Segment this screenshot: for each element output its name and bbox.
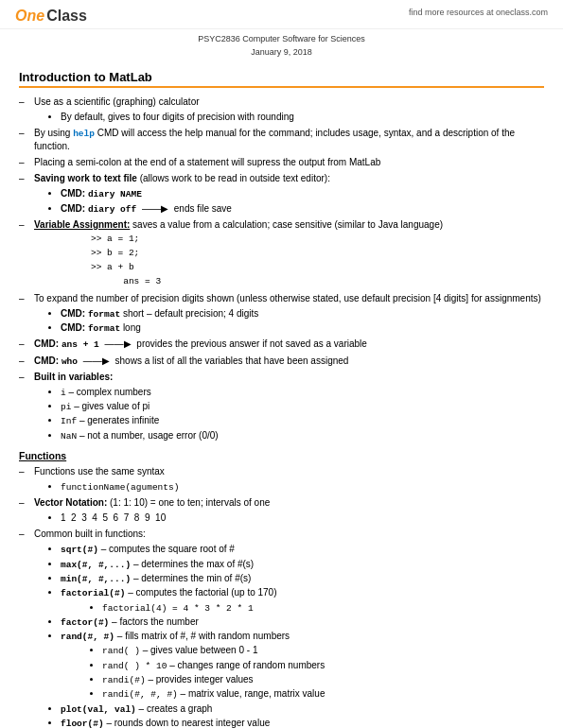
list-item-who: CMD: who ——▶ shows a list of all the var… bbox=[19, 355, 544, 368]
sub-item-format-long: CMD: format long bbox=[61, 321, 544, 335]
sub-item-rand: rand(#, #) – fills matrix of #, # with r… bbox=[61, 630, 544, 701]
sub-sub-item-factorial-example: factorial(4) = 4 * 3 * 2 * 1 bbox=[102, 601, 544, 615]
page-header: OneClass find more resources at oneclass… bbox=[0, 0, 563, 29]
sub-item-factor: factor(#) – factors the number bbox=[61, 615, 544, 629]
main-bullet-list: Use as a scientific (graphing) calculato… bbox=[19, 95, 544, 442]
main-content: Introduction to MatLab Use as a scientif… bbox=[0, 62, 563, 728]
sub-sub-item-randi2: randi(#, #, #) – matrix value, range, ma… bbox=[102, 687, 544, 701]
sub-item-diary-off: CMD: diary off ——▶ ends file save bbox=[61, 202, 544, 216]
header-tagline: find more resources at oneclass.com bbox=[409, 8, 548, 17]
list-item-saving: Saving work to text file (allows work to… bbox=[19, 172, 544, 216]
list-item-same-syntax: Functions use the same syntax functionNa… bbox=[19, 465, 544, 494]
list-item-help: By using help CMD will access the help m… bbox=[19, 127, 544, 153]
list-item-variable: Variable Assignment: saves a value from … bbox=[19, 218, 544, 289]
sub-item-vector-example: 1 2 3 4 5 6 7 8 9 10 bbox=[61, 511, 544, 525]
logo-one: One bbox=[15, 8, 44, 25]
meta-info: PSYC2836 Computer Software for Sciences … bbox=[0, 29, 563, 62]
sub-item-format-short: CMD: format short – default precision; 4… bbox=[61, 307, 544, 321]
page-title: Introduction to MatLab bbox=[19, 70, 544, 88]
sub-item-precision: By default, gives to four digits of prec… bbox=[61, 111, 544, 124]
course-name: PSYC2836 Computer Software for Sciences bbox=[15, 33, 548, 46]
functions-list: Functions use the same syntax functionNa… bbox=[19, 465, 544, 728]
logo-class: Class bbox=[46, 8, 87, 25]
list-item-vector: Vector Notation: (1: 1: 10) = one to ten… bbox=[19, 496, 544, 525]
logo: OneClass bbox=[15, 8, 87, 25]
list-item-calculator: Use as a scientific (graphing) calculato… bbox=[19, 95, 544, 124]
sub-sub-item-rand2: rand( ) * 10 – changes range of random n… bbox=[102, 659, 544, 672]
sub-item-i: i – complex numbers bbox=[61, 386, 544, 399]
sub-sub-item-rand1: rand( ) – gives value between 0 - 1 bbox=[102, 644, 544, 657]
sub-item-max: max(#, #,...) – determines the max of #(… bbox=[61, 558, 544, 571]
sub-item-plot: plot(val, val) – creates a graph bbox=[61, 702, 544, 716]
sub-item-inf: Inf – generates infinite bbox=[61, 414, 544, 427]
course-date: January 9, 2018 bbox=[15, 46, 548, 60]
list-item-builtins: Built in variables: i – complex numbers … bbox=[19, 371, 544, 442]
sub-item-nan: NaN – not a number, usage error (0/0) bbox=[61, 429, 544, 442]
sub-item-diary-name: CMD: diary NAME bbox=[61, 187, 544, 200]
sub-item-syntax: functionName(aguments) bbox=[61, 480, 544, 494]
sub-item-pi: pi – gives value of pi bbox=[61, 400, 544, 413]
functions-section-title: Functions bbox=[19, 450, 544, 461]
sub-item-sqrt: sqrt(#) – computes the square root of # bbox=[61, 543, 544, 556]
sub-sub-item-randi1: randi(#) – provides integer values bbox=[102, 673, 544, 686]
sub-item-min: min(#, #,...) – determines the min of #(… bbox=[61, 572, 544, 585]
sub-item-factorial: factorial(#) – computes the factorial (u… bbox=[61, 586, 544, 615]
list-item-semicolon: Placing a semi-colon at the end of a sta… bbox=[19, 156, 544, 169]
list-item-ans: CMD: ans + 1 ——▶ provides the previous a… bbox=[19, 338, 544, 351]
tagline-text: find more resources at oneclass.com bbox=[409, 8, 548, 17]
list-item-precision-digits: To expand the number of precision digits… bbox=[19, 292, 544, 336]
sub-item-floor: floor(#) – rounds down to nearest intege… bbox=[61, 717, 544, 728]
list-item-common-functions: Common built in functions: sqrt(#) – com… bbox=[19, 528, 544, 728]
